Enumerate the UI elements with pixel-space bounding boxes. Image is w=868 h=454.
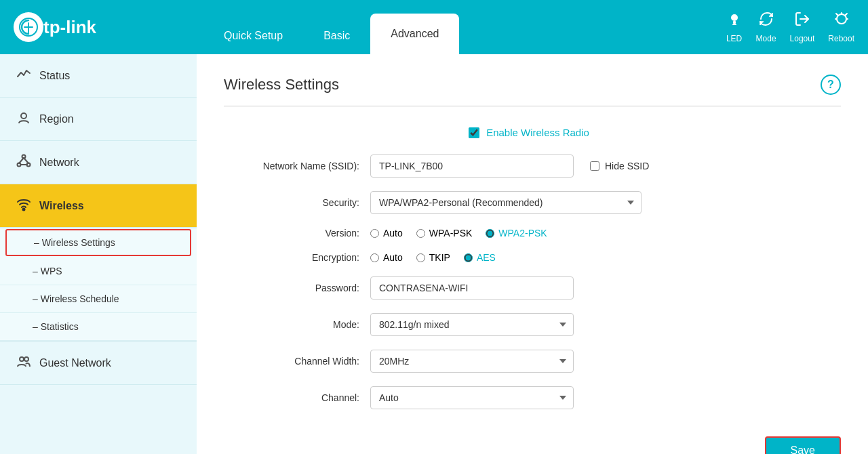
led-icon (726, 11, 743, 31)
sidebar-item-wireless[interactable]: Wireless (0, 184, 197, 228)
svg-line-7 (837, 14, 838, 16)
svg-point-4 (837, 14, 846, 24)
encryption-row: Encryption: Auto TKIP AES (224, 252, 834, 263)
svg-point-19 (24, 357, 28, 361)
sidebar: Status Region (0, 54, 197, 454)
wireless-settings-form: Enable Wireless Radio Network Name (SSID… (224, 127, 834, 409)
main-layout: Status Region (0, 54, 868, 454)
svg-point-17 (23, 209, 25, 211)
version-wpa-psk-radio[interactable] (416, 229, 425, 238)
network-name-input[interactable] (370, 154, 574, 178)
hide-ssid-group: Hide SSID (590, 161, 649, 171)
version-wpa-psk-option[interactable]: WPA-PSK (416, 228, 473, 239)
password-control (370, 276, 574, 300)
sidebar-item-region[interactable]: Region (0, 98, 197, 141)
mode-control: 802.11g/n mixed 802.11n only 802.11g onl… (370, 313, 574, 336)
sidebar-item-guest-network[interactable]: Guest Network (0, 341, 197, 385)
hide-ssid-checkbox[interactable] (590, 161, 599, 171)
svg-line-15 (24, 158, 28, 163)
mode-row: Mode: 802.11g/n mixed 802.11n only 802.1… (224, 313, 834, 336)
security-control: WPA/WPA2-Personal (Recommended) (370, 191, 642, 214)
channel-width-label: Channel Width: (224, 356, 359, 367)
password-row: Password: (224, 276, 834, 300)
svg-rect-3 (732, 24, 736, 25)
enable-wireless-label[interactable]: Enable Wireless Radio (486, 127, 589, 138)
version-auto-radio[interactable] (370, 229, 379, 238)
svg-point-1 (731, 14, 738, 21)
channel-control: Auto 1 2 3 4 5 6 7 8 9 10 11 (370, 386, 574, 409)
version-row: Version: Auto WPA-PSK WPA2-PSK (224, 228, 834, 239)
version-wpa2-psk-radio[interactable] (486, 229, 494, 238)
svg-line-14 (19, 158, 24, 163)
help-button[interactable]: ? (821, 75, 841, 95)
svg-point-10 (21, 113, 26, 119)
logo-icon (14, 12, 43, 42)
channel-width-row: Channel Width: 20MHz 40MHz Auto (224, 350, 834, 373)
network-name-control (370, 154, 574, 178)
version-label: Version: (224, 228, 359, 239)
version-wpa2-psk-option[interactable]: WPA2-PSK (486, 228, 547, 239)
logo-text: tp-link (43, 17, 96, 38)
version-auto-option[interactable]: Auto (370, 228, 403, 239)
encryption-aes-radio[interactable] (464, 253, 473, 262)
region-icon (16, 110, 31, 128)
header-actions: LED Mode Logout (726, 11, 854, 43)
mode-button[interactable]: Mode (756, 11, 776, 43)
channel-label: Channel: (224, 392, 359, 403)
tab-basic[interactable]: Basic (303, 17, 370, 54)
network-name-row: Network Name (SSID): Hide SSID (224, 154, 834, 178)
page-title: Wireless Settings (224, 76, 339, 94)
status-icon (16, 66, 31, 85)
encryption-auto-radio[interactable] (370, 253, 379, 262)
logo-area: tp-link (14, 12, 203, 42)
security-label: Security: (224, 197, 359, 208)
guest-network-icon (16, 354, 31, 372)
hide-ssid-label[interactable]: Hide SSID (605, 161, 649, 171)
save-row: Save (224, 436, 841, 454)
tab-quick-setup[interactable]: Quick Setup (203, 17, 303, 54)
led-button[interactable]: LED (726, 11, 743, 43)
wireless-submenu: – Wireless Settings – WPS – Wireless Sch… (0, 229, 197, 341)
password-input[interactable] (370, 276, 574, 300)
sidebar-item-status[interactable]: Status (0, 54, 197, 98)
encryption-tkip-option[interactable]: TKIP (416, 252, 450, 263)
tab-advanced[interactable]: Advanced (370, 14, 459, 54)
sidebar-subitem-wireless-schedule[interactable]: – Wireless Schedule (0, 285, 197, 313)
sidebar-subitem-wps[interactable]: – WPS (0, 257, 197, 285)
svg-point-18 (20, 357, 24, 361)
reboot-icon (833, 11, 850, 31)
encryption-label: Encryption: (224, 252, 359, 263)
svg-rect-2 (733, 21, 736, 24)
wireless-icon (16, 197, 31, 215)
encryption-aes-option[interactable]: AES (464, 252, 496, 263)
password-label: Password: (224, 283, 359, 293)
save-button[interactable]: Save (765, 436, 841, 454)
svg-line-6 (845, 14, 846, 16)
security-select[interactable]: WPA/WPA2-Personal (Recommended) (370, 191, 642, 214)
channel-width-select[interactable]: 20MHz 40MHz Auto (370, 350, 574, 373)
header: tp-link Quick Setup Basic Advanced LED (0, 0, 868, 54)
reboot-button[interactable]: Reboot (828, 11, 854, 43)
content-area: Wireless Settings ? Enable Wireless Radi… (197, 54, 868, 454)
mode-select[interactable]: 802.11g/n mixed 802.11n only 802.11g onl… (370, 313, 574, 336)
channel-width-control: 20MHz 40MHz Auto (370, 350, 574, 373)
enable-wireless-row: Enable Wireless Radio (224, 127, 834, 138)
network-icon (16, 153, 31, 171)
sidebar-item-network[interactable]: Network (0, 141, 197, 184)
encryption-radio-group: Auto TKIP AES (370, 252, 496, 263)
sidebar-subitem-statistics[interactable]: – Statistics (0, 313, 197, 341)
channel-select[interactable]: Auto 1 2 3 4 5 6 7 8 9 10 11 (370, 386, 574, 409)
security-row: Security: WPA/WPA2-Personal (Recommended… (224, 191, 834, 214)
content-header: Wireless Settings ? (224, 75, 841, 106)
encryption-tkip-radio[interactable] (416, 253, 425, 262)
encryption-auto-option[interactable]: Auto (370, 252, 403, 263)
sidebar-subitem-wireless-settings[interactable]: – Wireless Settings (5, 229, 191, 256)
network-name-label: Network Name (SSID): (224, 161, 359, 171)
mode-label: Mode: (224, 319, 359, 330)
mode-icon (758, 11, 774, 31)
version-radio-group: Auto WPA-PSK WPA2-PSK (370, 228, 547, 239)
logout-button[interactable]: Logout (790, 11, 815, 43)
logout-icon (794, 11, 810, 31)
enable-wireless-checkbox[interactable] (469, 127, 479, 138)
channel-row: Channel: Auto 1 2 3 4 5 6 7 8 9 10 1 (224, 386, 834, 409)
